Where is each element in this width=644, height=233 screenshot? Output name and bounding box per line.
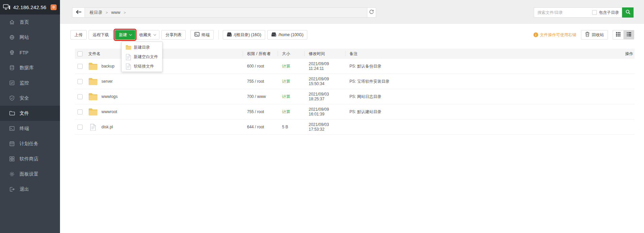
sidebar-item-label: 终端 [20, 126, 29, 132]
menu-item-new-dir[interactable]: 新建目录 [122, 43, 162, 52]
toolbar-right: i 文件操作可使用右键 回收站 [533, 30, 634, 40]
header-action: 操作 [587, 51, 635, 57]
file-name[interactable]: server [101, 79, 113, 84]
home-icon [9, 19, 15, 25]
file-name[interactable]: wwwroot [101, 109, 117, 114]
disk-root-button[interactable]: /(根目录) (16G) [223, 30, 265, 40]
terminal-button[interactable]: 终端 [190, 30, 214, 40]
disk-home-label: /home (100G) [278, 32, 303, 37]
file-size[interactable]: 计算 [282, 109, 290, 114]
table-row-wwwlogs[interactable]: wwwlogs 700 / www 计算 2021/09/03 18:25:37… [75, 89, 635, 104]
row-checkbox[interactable] [78, 64, 83, 69]
chevron-down-icon [129, 33, 132, 35]
sidebar-item-files[interactable]: 文件 [0, 106, 60, 121]
favorites-button[interactable]: 收藏夹 [135, 30, 159, 40]
recycle-bin-button[interactable]: 回收站 [581, 30, 608, 40]
remote-download-button[interactable]: 远程下载 [89, 30, 113, 40]
table-row-wwwroot[interactable]: wwwroot 755 / root 计算 2021/09/09 16:01:3… [75, 104, 635, 120]
sidebar-item-sites[interactable]: 网站 [0, 30, 60, 45]
sidebar-item-label: 监控 [20, 80, 29, 86]
breadcrumb-current[interactable]: www [111, 10, 120, 15]
ftp-icon [9, 50, 15, 55]
menu-item-new-symlink[interactable]: 软链接文件 [122, 61, 162, 71]
sidebar-item-label: 计划任务 [20, 141, 38, 147]
sidebar-item-terminal[interactable]: 终端 [0, 121, 60, 136]
menu-item-label: 软链接文件 [134, 63, 154, 69]
search-box: 包含子目录 [534, 7, 622, 18]
file-size[interactable]: 计算 [282, 64, 290, 69]
file-size[interactable]: 5 B [282, 125, 288, 129]
search-input[interactable] [534, 10, 592, 15]
right-click-hint: i 文件操作可使用右键 [533, 32, 576, 38]
file-name[interactable]: disk.pl [101, 125, 113, 129]
sidebar-item-database[interactable]: 数据库 [0, 60, 60, 75]
file-name[interactable]: backup [101, 64, 115, 69]
menu-item-new-file[interactable]: 新建空白文件 [122, 52, 162, 61]
list-view-button[interactable] [623, 30, 634, 40]
row-checkbox[interactable] [78, 79, 83, 84]
file-name[interactable]: wwwlogs [101, 94, 118, 99]
sidebar-item-settings[interactable]: 面板设置 [0, 166, 60, 182]
file-size[interactable]: 计算 [282, 79, 290, 84]
row-checkbox[interactable] [78, 94, 83, 99]
sidebar-item-label: 面板设置 [20, 171, 38, 177]
disk-home-button[interactable]: /home (100G) [267, 30, 307, 40]
file-permission: 644 / root [243, 125, 278, 129]
sidebar-nav: 首页 网站 FTP 数据库 监控 [0, 15, 60, 197]
header-note: 备注 [345, 51, 587, 56]
share-list-button[interactable]: 分享列表 [161, 30, 186, 40]
sidebar-item-cron[interactable]: 计划任务 [0, 136, 60, 151]
back-button[interactable] [72, 7, 85, 18]
search-button[interactable] [622, 7, 634, 18]
message-count-badge[interactable]: 0 [51, 4, 57, 10]
file-size[interactable]: 计算 [282, 94, 290, 99]
breadcrumb-root[interactable]: 根目录 [90, 10, 102, 16]
breadcrumb: 根目录 > www > [85, 7, 367, 18]
table-row-disk-pl[interactable]: disk.pl 644 / root 5 B 2021/09/03 17:53:… [75, 120, 635, 135]
search-icon [625, 9, 631, 16]
new-button-label: 新建 [119, 32, 127, 38]
select-all-checkbox[interactable] [78, 51, 83, 56]
sidebar-item-home[interactable]: 首页 [0, 15, 60, 30]
refresh-button[interactable] [367, 7, 376, 18]
sidebar-item-label: 文件 [20, 110, 29, 116]
folder-file-icon [88, 108, 97, 115]
row-checkbox[interactable] [78, 125, 83, 130]
main-content: 根目录 > www > 包含子目录 [60, 0, 644, 233]
sidebar-item-logout[interactable]: 退出 [0, 182, 60, 197]
file-mtime: 2021/09/03 18:25:37 [304, 92, 345, 101]
sidebar-item-security[interactable]: 安全 [0, 90, 60, 106]
folder-file-icon [88, 63, 97, 70]
table-row-server[interactable]: server 755 / root 计算 2021/09/09 15:50:34… [75, 74, 635, 89]
shield-icon [9, 95, 15, 101]
server-monitor-icon [3, 4, 10, 11]
hint-text: 文件操作可使用右键 [540, 32, 576, 38]
disk-icon [227, 32, 232, 38]
grid-view-button[interactable] [613, 30, 623, 40]
disk-icon [271, 32, 276, 38]
breadcrumb-separator: > [106, 10, 108, 15]
recycle-bin-label: 回收站 [592, 32, 604, 38]
favorites-label: 收藏夹 [139, 32, 151, 38]
list-view-icon [627, 32, 631, 37]
file-doc-icon [88, 124, 97, 131]
upload-button[interactable]: 上传 [70, 30, 87, 40]
header-permission-owner: 权限 / 所有者 [243, 51, 278, 56]
sidebar-item-appstore[interactable]: 软件商店 [0, 151, 60, 166]
chevron-down-icon [153, 33, 156, 35]
include-subdir-checkbox[interactable] [592, 10, 597, 15]
back-arrow-icon [76, 10, 82, 15]
file-note: PS: 宝塔软件安装目录 [345, 79, 587, 84]
bt-panel-app: 42.186.242.56 0 首页 网站 FTP [0, 0, 644, 233]
sidebar-item-ftp[interactable]: FTP [0, 45, 60, 60]
header-size: 大小 [278, 51, 304, 56]
sidebar-item-monitor[interactable]: 监控 [0, 75, 60, 90]
folder-file-icon [126, 44, 131, 51]
row-checkbox[interactable] [78, 109, 83, 114]
terminal-icon [9, 126, 15, 131]
new-button[interactable]: 新建 [115, 30, 135, 40]
server-header: 42.186.242.56 0 [0, 0, 60, 15]
file-mtime: 2021/09/09 15:50:34 [304, 77, 345, 86]
info-icon: i [533, 32, 538, 37]
trash-icon [585, 32, 590, 38]
